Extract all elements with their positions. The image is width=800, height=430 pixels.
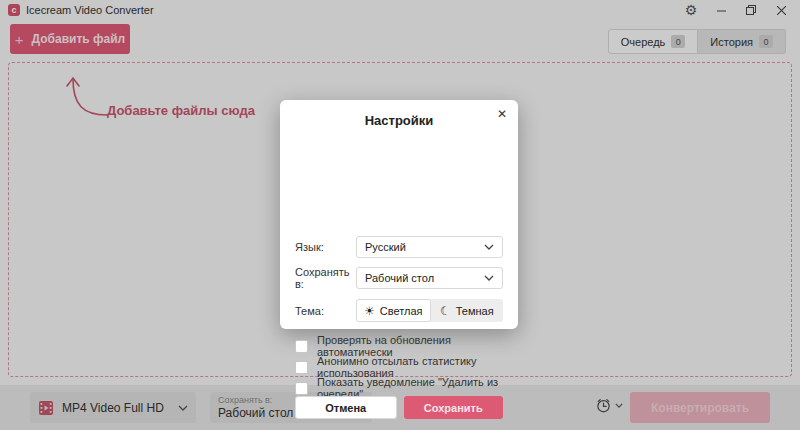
- save-to-label: Сохранять в:: [295, 266, 356, 290]
- language-value: Русский: [365, 241, 406, 253]
- language-select[interactable]: Русский: [356, 236, 503, 258]
- settings-dialog: ✕ Настройки Язык: Русский Сохранять в: Р…: [280, 100, 518, 329]
- checkbox-unchecked-icon[interactable]: [295, 361, 308, 374]
- theme-toggle: ☀ Светлая ☾ Темная: [356, 299, 503, 322]
- theme-light-option[interactable]: ☀ Светлая: [356, 299, 431, 322]
- theme-dark-option[interactable]: ☾ Темная: [431, 299, 504, 322]
- save-to-select[interactable]: Рабочий стол: [356, 267, 503, 289]
- sun-icon: ☀: [364, 305, 375, 317]
- theme-light-label: Светлая: [380, 305, 423, 317]
- checkbox-unchecked-icon[interactable]: [295, 382, 308, 395]
- dialog-title: Настройки: [280, 113, 518, 128]
- theme-label: Тема:: [295, 305, 356, 317]
- moon-icon: ☾: [440, 305, 451, 317]
- save-to-value: Рабочий стол: [365, 272, 434, 284]
- cancel-button[interactable]: Отмена: [295, 396, 397, 419]
- save-button[interactable]: Сохранить: [404, 396, 504, 419]
- chevron-down-icon: [484, 244, 494, 250]
- language-label: Язык:: [295, 241, 356, 253]
- chevron-down-icon: [484, 275, 494, 281]
- theme-dark-label: Темная: [456, 305, 494, 317]
- checkbox-unchecked-icon[interactable]: [295, 340, 308, 353]
